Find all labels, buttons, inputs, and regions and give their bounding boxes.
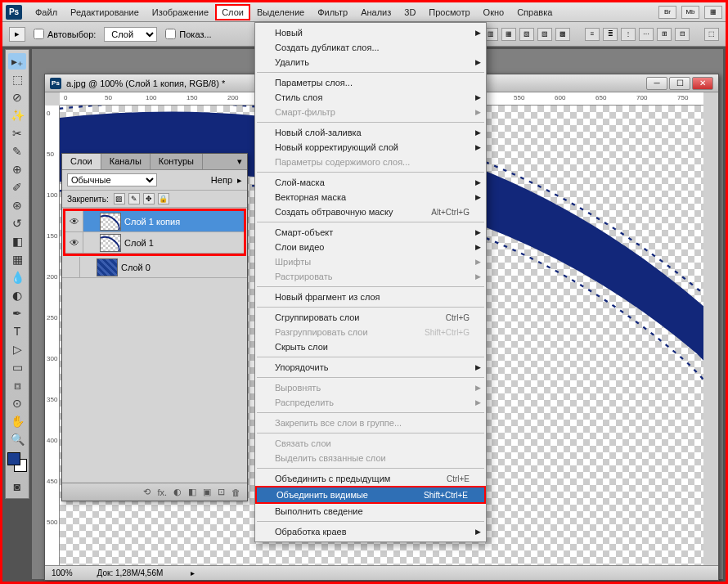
layer-thumbnail[interactable] bbox=[100, 234, 121, 252]
menu-item[interactable]: Слой-маска▶ bbox=[255, 175, 486, 190]
menu-help[interactable]: Справка bbox=[510, 4, 559, 20]
shape-tool[interactable]: ▭ bbox=[8, 359, 26, 375]
menu-item[interactable]: Создать обтравочную маскуAlt+Ctrl+G bbox=[255, 204, 486, 219]
auto-select-checkbox[interactable]: Автовыбор: bbox=[34, 29, 96, 39]
eyedropper-tool[interactable]: ✎ bbox=[8, 143, 26, 159]
menu-item[interactable]: Удалить▶ bbox=[255, 55, 486, 70]
move-tool[interactable]: ▸₊ bbox=[8, 53, 26, 70]
lock-all-icon[interactable]: 🔒 bbox=[158, 193, 169, 204]
menu-item[interactable]: Объединить видимыеShift+Ctrl+E bbox=[257, 487, 484, 502]
bridge-button[interactable]: Br bbox=[658, 6, 676, 19]
distribute-btn[interactable]: ⊞ bbox=[657, 28, 672, 41]
menu-item[interactable]: Стиль слоя▶ bbox=[255, 90, 486, 105]
zoom-level[interactable]: 100% bbox=[52, 568, 73, 577]
menu-image[interactable]: Изображение bbox=[146, 4, 215, 20]
crop-tool[interactable]: ✂ bbox=[8, 125, 26, 142]
distribute-btn[interactable]: ≡ bbox=[585, 28, 600, 41]
menu-analysis[interactable]: Анализ bbox=[354, 4, 398, 20]
distribute-btn[interactable]: ⋮ bbox=[621, 28, 636, 41]
close-button[interactable]: ✕ bbox=[692, 77, 713, 90]
workspace-button[interactable]: ▦ bbox=[704, 6, 722, 19]
menu-item[interactable]: Упорядочить▶ bbox=[255, 360, 486, 375]
menu-select[interactable]: Выделение bbox=[250, 4, 311, 20]
panel-menu-icon[interactable]: ▾ bbox=[232, 154, 247, 169]
visibility-toggle[interactable]: 👁 bbox=[65, 211, 83, 231]
zoom-tool[interactable]: 🔍 bbox=[8, 431, 26, 447]
menu-item[interactable]: Смарт-объект▶ bbox=[255, 225, 486, 240]
layer-mask-icon[interactable]: ◐ bbox=[173, 487, 182, 497]
mb-button[interactable]: Mb bbox=[681, 6, 699, 19]
menu-item[interactable]: Новый корректирующий слой▶ bbox=[255, 140, 486, 155]
minimize-button[interactable]: ─ bbox=[646, 77, 667, 90]
layer-row[interactable]: 👁 Слой 1 bbox=[65, 232, 244, 254]
menu-file[interactable]: Файл bbox=[29, 4, 64, 20]
tab-channels[interactable]: Каналы bbox=[101, 154, 151, 169]
menu-item[interactable]: Создать дубликат слоя... bbox=[255, 40, 486, 55]
lock-position-icon[interactable]: ✥ bbox=[143, 193, 155, 204]
menu-item[interactable]: Сгруппировать слоиCtrl+G bbox=[255, 310, 486, 325]
menu-item[interactable]: Новый слой-заливка▶ bbox=[255, 125, 486, 140]
foreground-color[interactable] bbox=[7, 452, 20, 465]
color-swatches[interactable] bbox=[7, 452, 27, 472]
menu-item[interactable]: Обработка краев▶ bbox=[255, 524, 486, 539]
marquee-tool[interactable]: ⬚ bbox=[8, 71, 26, 88]
lock-transparency-icon[interactable]: ▨ bbox=[114, 193, 125, 204]
type-tool[interactable]: T bbox=[8, 323, 26, 339]
path-tool[interactable]: ▷ bbox=[8, 341, 26, 357]
layer-name[interactable]: Слой 1 копия bbox=[124, 217, 180, 227]
eraser-tool[interactable]: ◧ bbox=[8, 233, 26, 249]
arrange-btn[interactable]: ⬚ bbox=[704, 28, 719, 41]
distribute-btn[interactable]: ⋯ bbox=[639, 28, 654, 41]
brush-tool[interactable]: ✐ bbox=[8, 179, 26, 195]
layer-row[interactable]: 👁 Слой 0 bbox=[62, 257, 247, 278]
gradient-tool[interactable]: ▦ bbox=[8, 251, 26, 267]
blur-tool[interactable]: 💧 bbox=[8, 269, 26, 285]
visibility-toggle[interactable]: 👁 bbox=[62, 257, 80, 277]
distribute-btn[interactable]: ⊟ bbox=[675, 28, 690, 41]
maximize-button[interactable]: ☐ bbox=[669, 77, 690, 90]
align-btn[interactable]: ▧ bbox=[519, 28, 534, 41]
tab-paths[interactable]: Контуры bbox=[151, 154, 203, 169]
layer-group-icon[interactable]: ▣ bbox=[203, 487, 211, 497]
stamp-tool[interactable]: ⊛ bbox=[8, 197, 26, 213]
opacity-arrow-icon[interactable]: ▸ bbox=[237, 175, 242, 186]
wand-tool[interactable]: ✨ bbox=[8, 107, 26, 124]
adjustment-layer-icon[interactable]: ◧ bbox=[188, 487, 196, 497]
layer-name[interactable]: Слой 1 bbox=[124, 238, 154, 248]
heal-tool[interactable]: ⊕ bbox=[8, 161, 26, 177]
tab-layers[interactable]: Слои bbox=[62, 154, 101, 169]
menu-item[interactable]: Векторная маска▶ bbox=[255, 190, 486, 204]
lasso-tool[interactable]: ⊘ bbox=[8, 89, 26, 106]
dodge-tool[interactable]: ◐ bbox=[8, 287, 26, 303]
auto-select-check[interactable] bbox=[34, 29, 44, 39]
link-layers-icon[interactable]: ⟲ bbox=[143, 487, 151, 497]
menu-item[interactable]: Новый фрагмент из слоя bbox=[255, 290, 486, 304]
align-btn[interactable]: ▦ bbox=[501, 28, 516, 41]
layer-fx-icon[interactable]: fx. bbox=[157, 487, 167, 497]
visibility-toggle[interactable]: 👁 bbox=[65, 232, 83, 253]
show-controls-checkbox[interactable]: Показ... bbox=[165, 29, 211, 39]
tool-preset-icon[interactable]: ▸ bbox=[9, 27, 25, 42]
menu-edit[interactable]: Редактирование bbox=[64, 4, 146, 20]
pen-tool[interactable]: ✒ bbox=[8, 305, 26, 321]
menu-layers[interactable]: Слои bbox=[215, 4, 250, 20]
3d-tool[interactable]: ⧈ bbox=[8, 377, 26, 393]
menu-item[interactable]: Слои видео▶ bbox=[255, 240, 486, 254]
menu-item[interactable]: Новый▶ bbox=[255, 25, 486, 40]
blend-mode-select[interactable]: Обычные bbox=[67, 173, 157, 186]
menu-item[interactable]: Объединить с предыдущимCtrl+E bbox=[255, 471, 486, 486]
menu-filter[interactable]: Фильтр bbox=[311, 4, 354, 20]
layer-thumbnail[interactable] bbox=[100, 213, 121, 231]
new-layer-icon[interactable]: ⊡ bbox=[218, 487, 225, 497]
menu-window[interactable]: Окно bbox=[477, 4, 511, 20]
lock-paint-icon[interactable]: ✎ bbox=[128, 193, 140, 204]
history-brush-tool[interactable]: ↺ bbox=[8, 215, 26, 231]
quickmask-toggle[interactable]: ◙ bbox=[8, 478, 26, 495]
3d-camera-tool[interactable]: ⊙ bbox=[8, 395, 26, 411]
delete-layer-icon[interactable]: 🗑 bbox=[231, 487, 240, 497]
layer-row[interactable]: 👁 Слой 1 копия bbox=[65, 211, 244, 232]
menu-item[interactable]: Скрыть слои bbox=[255, 339, 486, 354]
layer-thumbnail[interactable] bbox=[97, 258, 118, 276]
align-btn[interactable]: ▩ bbox=[555, 28, 570, 41]
show-controls-check[interactable] bbox=[165, 29, 176, 39]
